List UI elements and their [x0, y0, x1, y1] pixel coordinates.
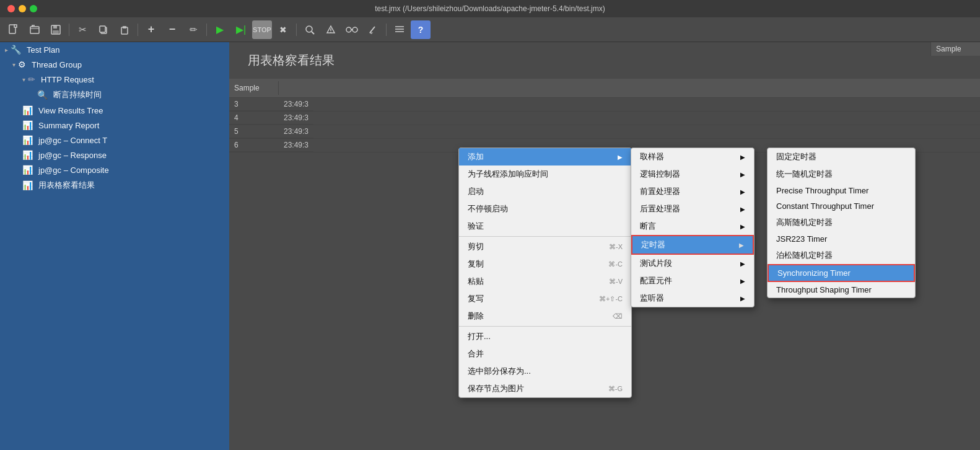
submenu-timer[interactable]: 定时器 ▶ — [631, 235, 754, 255]
menu-item-save-node-image[interactable]: 保存节点为图片 ⌘-G — [459, 380, 631, 397]
tree-item-thread-group[interactable]: ▾ ⚙ Thread Group — [0, 57, 229, 72]
maximize-button[interactable] — [30, 5, 37, 12]
assertion-label: 断言持续时间 — [53, 89, 102, 100]
timer-poisson[interactable]: 泊松随机定时器 — [768, 247, 915, 264]
open-button[interactable] — [25, 20, 45, 39]
summary-report-icon: 📊 — [22, 120, 33, 130]
menu-item-open[interactable]: 打开... — [459, 328, 631, 345]
jp-connect-label: jp@gc – Connect T — [38, 136, 107, 145]
svg-line-11 — [312, 32, 314, 34]
submenu-arrow-fragment: ▶ — [740, 260, 745, 267]
binoculars-button[interactable] — [342, 20, 362, 39]
menu-item-validate-label: 验证 — [468, 221, 484, 232]
submenu-config-element[interactable]: 配置元件 ▶ — [631, 272, 754, 289]
context-menu-overlay: 添加 ▶ 为子线程添加响应时间 启动 不停顿启动 验证 剪切 — [229, 42, 980, 450]
jp-composite-icon: 📊 — [22, 165, 33, 175]
cut-button[interactable]: ✂ — [72, 20, 92, 39]
new-button[interactable] — [4, 20, 24, 39]
tree-item-assertion-duration[interactable]: 🔍 断言持续时间 — [0, 87, 229, 103]
menu-item-merge-label: 合并 — [468, 348, 484, 360]
menu-item-add[interactable]: 添加 ▶ — [459, 148, 631, 165]
svg-rect-4 — [53, 25, 57, 29]
run-no-pause-button[interactable]: ▶| — [231, 20, 251, 39]
add-button[interactable]: + — [141, 20, 161, 39]
submenu-arrow-pre: ▶ — [740, 188, 745, 195]
submenu-post-processor[interactable]: 后置处理器 ▶ — [631, 200, 754, 218]
submenu-listener-label: 监听器 — [640, 293, 664, 304]
tree-item-jp-connect[interactable]: 📊 jp@gc – Connect T — [0, 133, 229, 148]
stop-button[interactable]: STOP — [252, 20, 272, 39]
menu-item-add-timer[interactable]: 为子线程添加响应时间 — [459, 165, 631, 183]
svg-point-13 — [330, 32, 331, 33]
close-button[interactable] — [7, 5, 15, 12]
menu-item-save-selection[interactable]: 选中部分保存为... — [459, 363, 631, 380]
menu-item-merge[interactable]: 合并 — [459, 345, 631, 363]
submenu-logic-controller[interactable]: 逻辑控制器 ▶ — [631, 165, 754, 183]
copy-button[interactable] — [94, 20, 113, 39]
submenu-arrow-post: ▶ — [740, 206, 745, 213]
submenu-assertion[interactable]: 断言 ▶ — [631, 218, 754, 235]
menu-item-delete[interactable]: 删除 ⌫ — [459, 307, 631, 325]
timer-synchronizing[interactable]: Synchronizing Timer — [768, 264, 915, 282]
menu-item-duplicate-label: 复写 — [468, 293, 484, 304]
timer-jsr223[interactable]: JSR223 Timer — [768, 231, 915, 247]
submenu-sampler[interactable]: 取样器 ▶ — [631, 148, 754, 165]
timer-gaussian[interactable]: 高斯随机定时器 — [768, 214, 915, 231]
menu-item-duplicate[interactable]: 复写 ⌘+⇧-C — [459, 290, 631, 307]
submenu-arrow-listener: ▶ — [740, 295, 745, 302]
jp-connect-icon: 📊 — [22, 135, 33, 145]
view-results-label: View Results Tree — [38, 106, 103, 115]
traffic-lights — [7, 5, 37, 12]
broom-button[interactable] — [363, 20, 383, 39]
clear-button[interactable] — [321, 20, 341, 39]
menu-item-start[interactable]: 启动 — [459, 183, 631, 200]
tree-item-jp-response[interactable]: 📊 jp@gc – Response — [0, 148, 229, 162]
tree-item-http-request[interactable]: ▾ ✏ HTTP Request — [0, 72, 229, 87]
menu-item-start-no-pause[interactable]: 不停顿启动 — [459, 200, 631, 218]
minimize-button[interactable] — [19, 5, 26, 12]
tree-item-jp-composite[interactable]: 📊 jp@gc – Composite — [0, 162, 229, 177]
menu-item-copy-label: 复制 — [468, 258, 484, 270]
menu-item-copy-shortcut: ⌘-C — [608, 260, 623, 268]
submenu-sampler-label: 取样器 — [640, 151, 664, 162]
test-plan-label: Test Plan — [27, 45, 59, 55]
search-button[interactable] — [300, 20, 320, 39]
timer-gaussian-label: 高斯随机定时器 — [776, 217, 833, 228]
timer-constant[interactable]: 固定定时器 — [768, 148, 915, 165]
submenu-pre-processor[interactable]: 前置处理器 ▶ — [631, 183, 754, 200]
timer-throughput-shaping[interactable]: Throughput Shaping Timer — [768, 282, 915, 298]
list-button[interactable] — [390, 20, 409, 39]
submenu-test-fragment[interactable]: 测试片段 ▶ — [631, 255, 754, 272]
timer-precise-throughput[interactable]: Precise Throughput Timer — [768, 183, 915, 198]
submenu-listener[interactable]: 监听器 ▶ — [631, 289, 754, 307]
timer-jsr223-label: JSR223 Timer — [776, 234, 827, 244]
svg-point-10 — [306, 26, 312, 32]
help-button[interactable]: ? — [411, 20, 431, 39]
tree-item-test-plan[interactable]: ▸ 🔧 Test Plan — [0, 42, 229, 57]
menu-item-cut[interactable]: 剪切 ⌘-X — [459, 238, 631, 255]
timer-constant-throughput[interactable]: Constant Throughput Timer — [768, 198, 915, 214]
submenu-arrow-timer: ▶ — [739, 242, 744, 249]
timer-throughput-label: Throughput Shaping Timer — [776, 285, 872, 294]
svg-point-14 — [346, 27, 351, 32]
run-button[interactable]: ▶ — [210, 20, 230, 39]
remove-button[interactable]: − — [162, 20, 182, 39]
edit-button[interactable]: ✏ — [183, 20, 203, 39]
stop-now-button[interactable]: ✖ — [273, 20, 293, 39]
toolbar: ✂ + − ✏ ▶ ▶| STOP ✖ ? — [0, 17, 980, 42]
menu-item-validate[interactable]: 验证 — [459, 218, 631, 235]
tree-item-view-table-results[interactable]: 📊 用表格察看结果 — [0, 177, 229, 193]
context-menu: 添加 ▶ 为子线程添加响应时间 启动 不停顿启动 验证 剪切 — [458, 148, 632, 398]
view-table-icon: 📊 — [22, 180, 33, 190]
menu-item-copy[interactable]: 复制 ⌘-C — [459, 255, 631, 273]
save-button[interactable] — [46, 20, 66, 39]
timer-precise-label: Precise Throughput Timer — [776, 186, 868, 195]
svg-point-15 — [352, 27, 357, 32]
menu-item-start-no-pause-label: 不停顿启动 — [468, 203, 508, 214]
paste-button[interactable] — [115, 20, 134, 39]
timer-uniform-random[interactable]: 统一随机定时器 — [768, 165, 915, 183]
tree-item-view-results-tree[interactable]: 📊 View Results Tree — [0, 103, 229, 118]
title-bar: test.jmx (/Users/shileizhou/Downloads/ap… — [0, 0, 980, 17]
tree-item-summary-report[interactable]: 📊 Summary Report — [0, 118, 229, 133]
menu-item-paste[interactable]: 粘贴 ⌘-V — [459, 273, 631, 290]
